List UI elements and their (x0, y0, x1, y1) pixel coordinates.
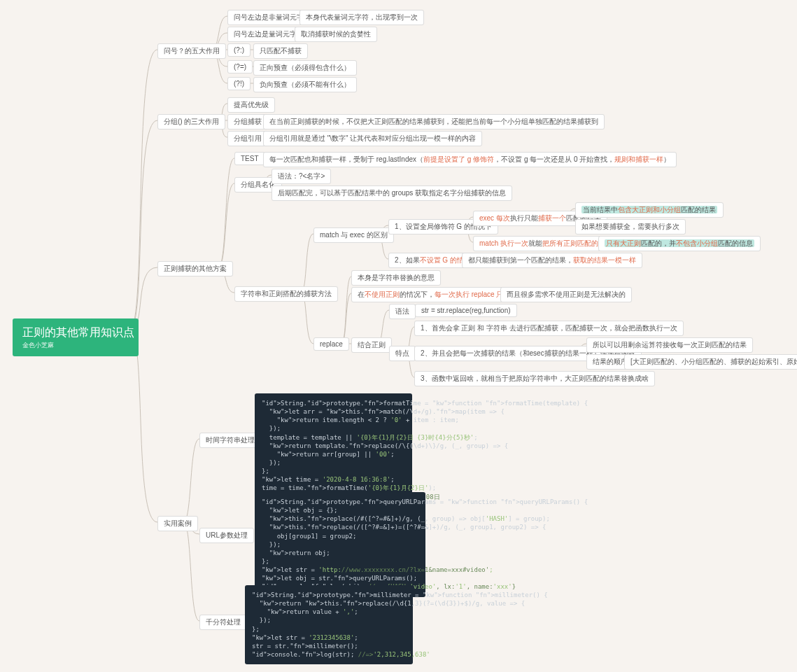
x2: 匹配的结果 (681, 206, 716, 214)
ex-url[interactable]: URL参数处理 (199, 528, 254, 543)
branch-question[interactable]: 问号？的五大作用 (157, 43, 226, 59)
q-r3b[interactable]: 只匹配不捕获 (253, 43, 308, 59)
ex-time[interactable]: 时间字符串处理 (199, 433, 261, 448)
cap-f3[interactable]: 3、函数中返回啥，就相当于把原始字符串中，大正则匹配的结果替换成啥 (414, 371, 655, 386)
q-r5a[interactable]: (?!) (227, 77, 251, 90)
g-r3a[interactable]: 分组引用 (227, 131, 268, 146)
cap-me1b-r[interactable]: 只有大正则匹配的，并不包含小分组匹配的信息 (598, 236, 761, 251)
cap-test-desc[interactable]: 每一次匹配也和捕获一样，受制于 reg.lastIndex（前提是设置了 g 修… (263, 152, 677, 167)
y1: 匹配的，并 (641, 239, 676, 247)
m2a: 2、如果 (395, 256, 420, 264)
rb2: 的情况下， (400, 290, 435, 298)
cap-me1a-r1[interactable]: 当前结果中包含大正则和小分组匹配的结果 (575, 202, 724, 218)
t4: ） (663, 155, 670, 163)
cap-feat[interactable]: 特点 (389, 346, 416, 361)
q-r1b[interactable]: 本身代表量词元字符，出现零到一次 (299, 10, 424, 25)
t1: 前提是设置了 g 修饰符 (423, 155, 494, 163)
g-r3b[interactable]: 分组引用就是通过 "\数字" 让其代表和对应分组出现一模一样的内容 (263, 131, 482, 146)
cap-named-a[interactable]: 语法：?<名字> (271, 169, 331, 184)
t0: 每一次匹配也和捕获一样，受制于 reg.lastIndex（ (269, 155, 423, 163)
code-time: "id">String."id">prototype."fn">formatTi… (255, 393, 412, 507)
a1: 执行只能 (510, 214, 538, 222)
cap-me2-r[interactable]: 都只能捕获到第一个匹配的结果，获取的结果一模一样 (462, 253, 642, 268)
x1: 包含大正则和小分组 (618, 206, 681, 214)
q-r4b[interactable]: 正向预查（必须得包含什么） (253, 60, 357, 76)
cap-syntax-a[interactable]: 语法 (389, 304, 416, 319)
rb1: 不使用正则 (365, 290, 400, 298)
cap-strm[interactable]: 字符串和正则搭配的捕获方法 (234, 286, 338, 302)
cap-rep-bb[interactable]: 而且很多需求不使用正则是无法解决的 (500, 287, 632, 302)
m2c: 都只能捕获到第一个匹配的结果， (468, 256, 573, 264)
cap-comb[interactable]: 结合正则 (351, 337, 392, 353)
q-r3a[interactable]: (?:) (227, 43, 251, 57)
y0: 只有大正则 (606, 239, 641, 247)
q-r5b[interactable]: 负向预查（必须不能有什么） (253, 77, 357, 92)
x0: 当前结果中 (583, 206, 618, 214)
a0: exec 每次 (479, 214, 510, 222)
cap-test[interactable]: TEST (234, 152, 265, 165)
g-r2a[interactable]: 分组捕获 (227, 114, 268, 130)
root[interactable]: 正则的其他常用知识点 金色小芝麻 (13, 318, 139, 356)
cap-f2a[interactable]: 所以可以用剩余运算符接收每一次正则匹配的结果 (586, 337, 753, 353)
code-thou: "id">String."id">prototype."fn">millimet… (245, 585, 413, 664)
cap-me1a-r2[interactable]: 如果想要捕获全，需要执行多次 (575, 219, 686, 234)
branch-examples[interactable]: 实用案例 (157, 516, 198, 531)
ex-thou[interactable]: 千分符处理 (199, 615, 247, 630)
cap-rep-a[interactable]: 本身是字符串替换的意思 (351, 270, 441, 286)
b0: match 执行一次 (479, 239, 528, 247)
cap-me[interactable]: match 与 exec 的区别 (313, 227, 394, 243)
t3: 规则和捕获一样 (614, 155, 663, 163)
q-r2b[interactable]: 取消捕获时候的贪婪性 (295, 27, 377, 42)
g-r2b[interactable]: 在当前正则捕获的时候，不仅把大正则匹配的结果捕获到，还能把当前每一个小分组单独匹… (263, 114, 605, 130)
m2d: 获取的结果一模一样 (573, 256, 636, 264)
rb0: 在 (358, 290, 365, 298)
branch-group[interactable]: 分组() 的三大作用 (157, 114, 225, 130)
a2: 捕获一个 (538, 214, 566, 222)
q-r4a[interactable]: (?=) (227, 60, 253, 74)
branch-capture[interactable]: 正则捕获的其他方案 (157, 261, 233, 276)
root-subtitle: 金色小芝麻 (22, 342, 129, 350)
cap-rep[interactable]: replace (313, 337, 349, 351)
g-r1[interactable]: 提高优先级 (227, 97, 275, 113)
b1: 就能 (528, 239, 542, 247)
y2: 不包含小分组 (676, 239, 718, 247)
cap-f2c[interactable]: [大正则匹配的、小分组匹配的、捕获的起始索引、原始字符串…] (624, 354, 797, 370)
t2: ，不设置 g 每一次还是从 0 开始查找， (494, 155, 614, 163)
y3: 匹配的信息 (718, 239, 753, 247)
cap-syntax-b[interactable]: str = str.replace(reg,function) (415, 304, 517, 317)
code-url: "id">String."id">prototype."fn">queryURL… (255, 492, 425, 597)
root-title: 正则的其他常用知识点 (22, 326, 129, 340)
cap-f1[interactable]: 1、首先会拿 正则 和 字符串 去进行匹配捕获，匹配捕获一次，就会把函数执行一次 (414, 321, 684, 336)
cap-named-b[interactable]: 后期匹配完，可以基于匹配结果中的 groups 获取指定名字分组捕获的信息 (271, 186, 512, 201)
